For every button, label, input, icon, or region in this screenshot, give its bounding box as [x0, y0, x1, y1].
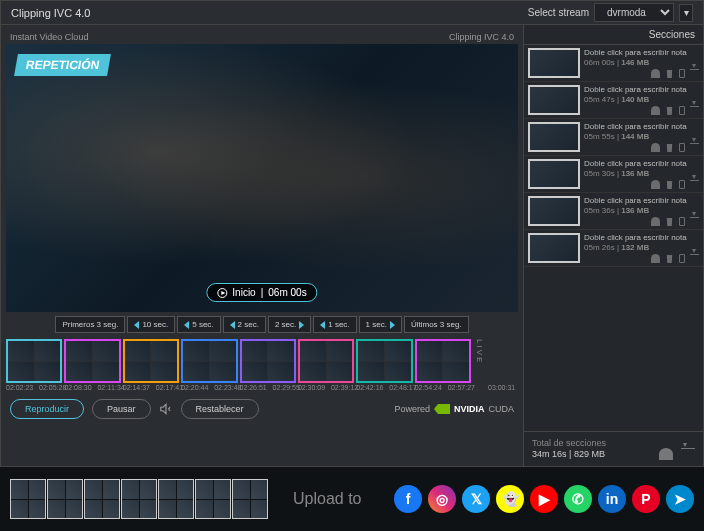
topbar: Clipping IVC 4.0 Select stream dvrmoda ▾	[1, 1, 703, 25]
timeline-segment[interactable]: 02:54:24 02:57:27	[415, 339, 471, 391]
repetition-badge: REPETICIÓN	[14, 54, 111, 76]
telegram-icon[interactable]: ➤	[666, 485, 694, 513]
cloud-icon[interactable]	[651, 254, 660, 263]
section-thumbnail	[528, 159, 580, 189]
upload-label: Upload to	[293, 490, 362, 508]
section-meta: 05m 36s | 136 MB	[584, 206, 699, 215]
section-item[interactable]: Doble click para escribir nota05m 36s | …	[524, 193, 703, 230]
download-icon[interactable]	[690, 106, 699, 115]
section-item[interactable]: Doble click para escribir nota06m 00s | …	[524, 45, 703, 82]
app-title: Clipping IVC 4.0	[11, 7, 91, 19]
video-header: Instant Video Cloud Clipping IVC 4.0	[6, 30, 518, 44]
fwd-1s-button[interactable]: 1 sec.	[359, 316, 402, 333]
section-note[interactable]: Doble click para escribir nota	[584, 159, 699, 168]
footer-thumb[interactable]	[158, 479, 194, 519]
mobile-icon[interactable]	[679, 254, 685, 263]
footer-thumb[interactable]	[195, 479, 231, 519]
pill-time: 06m 00s	[268, 287, 306, 298]
trash-icon[interactable]	[665, 217, 674, 226]
timeline[interactable]: 02:02:23 02:05:2802:08:30 02:11:3402:14:…	[6, 337, 518, 393]
footer-thumb[interactable]	[121, 479, 157, 519]
trash-icon[interactable]	[665, 69, 674, 78]
footer-thumb[interactable]	[10, 479, 46, 519]
pill-label: Inicio	[232, 287, 255, 298]
section-thumbnail	[528, 233, 580, 263]
section-note[interactable]: Doble click para escribir nota	[584, 48, 699, 57]
first-3s-button[interactable]: Primeros 3 seg.	[55, 316, 125, 333]
section-meta: 06m 00s | 146 MB	[584, 58, 699, 67]
cloud-icon[interactable]	[651, 69, 660, 78]
timeline-segment[interactable]: 02:26:51 02:29:55	[240, 339, 296, 391]
footer-thumb[interactable]	[84, 479, 120, 519]
download-icon[interactable]	[690, 69, 699, 78]
totals-label: Total de secciones	[532, 438, 695, 448]
timeline-segment[interactable]: 02:20:44 02:23:48	[181, 339, 237, 391]
timeline-segment[interactable]: 02:30:09 02:39:12	[298, 339, 354, 391]
twitter-icon[interactable]: 𝕏	[462, 485, 490, 513]
pause-button[interactable]: Pausar	[92, 399, 151, 419]
totals: Total de secciones 34m 16s | 829 MB	[524, 431, 703, 466]
youtube-icon[interactable]: ▶	[530, 485, 558, 513]
pinterest-icon[interactable]: P	[632, 485, 660, 513]
mobile-icon[interactable]	[679, 217, 685, 226]
back-2s-button[interactable]: 2 sec.	[223, 316, 266, 333]
timeline-segment[interactable]: 02:02:23 02:05:28	[6, 339, 62, 391]
last-3s-button[interactable]: Últimos 3 seg.	[404, 316, 469, 333]
download-icon[interactable]	[681, 448, 695, 460]
cloud-icon[interactable]	[651, 217, 660, 226]
back-1s-button[interactable]: 1 sec.	[313, 316, 356, 333]
sections-title: Secciones	[524, 25, 703, 45]
download-icon[interactable]	[690, 254, 699, 263]
section-item[interactable]: Doble click para escribir nota05m 55s | …	[524, 119, 703, 156]
timeline-segment[interactable]: 02:14:37 02:17:41	[123, 339, 179, 391]
facebook-icon[interactable]: f	[394, 485, 422, 513]
mobile-icon[interactable]	[679, 180, 685, 189]
cloud-icon[interactable]	[651, 143, 660, 152]
section-thumbnail	[528, 48, 580, 78]
footer-thumb[interactable]	[47, 479, 83, 519]
trash-icon[interactable]	[665, 254, 674, 263]
stream-dropdown[interactable]: dvrmoda	[594, 3, 674, 22]
cloud-icon[interactable]	[651, 106, 660, 115]
sections-list: Doble click para escribir nota06m 00s | …	[524, 45, 703, 431]
section-item[interactable]: Doble click para escribir nota05m 47s | …	[524, 82, 703, 119]
whatsapp-icon[interactable]: ✆	[564, 485, 592, 513]
video-player[interactable]: REPETICIÓN Inicio | 06m 00s	[6, 44, 518, 312]
chevron-down-icon[interactable]: ▾	[679, 4, 693, 22]
mobile-icon[interactable]	[679, 143, 685, 152]
play-button[interactable]: Reproducir	[10, 399, 84, 419]
section-note[interactable]: Doble click para escribir nota	[584, 122, 699, 131]
back-5s-button[interactable]: 5 sec.	[177, 316, 220, 333]
mobile-icon[interactable]	[679, 69, 685, 78]
cloud-icon[interactable]	[651, 180, 660, 189]
nvidia-icon	[434, 404, 450, 414]
main-area: Instant Video Cloud Clipping IVC 4.0 REP…	[1, 25, 703, 466]
download-icon[interactable]	[690, 217, 699, 226]
timeline-segment[interactable]: 02:42:16 02:48:17	[356, 339, 412, 391]
stream-label: Select stream	[528, 7, 589, 18]
powered-by: Powered NVIDIA CUDA	[394, 404, 514, 414]
section-thumbnail	[528, 85, 580, 115]
timeline-segment[interactable]: 02:08:30 02:11:34	[64, 339, 120, 391]
instagram-icon[interactable]: ◎	[428, 485, 456, 513]
mobile-icon[interactable]	[679, 106, 685, 115]
back-10s-button[interactable]: 10 sec.	[127, 316, 175, 333]
reset-button[interactable]: Restablecer	[181, 399, 259, 419]
section-note[interactable]: Doble click para escribir nota	[584, 233, 699, 242]
trash-icon[interactable]	[665, 106, 674, 115]
trash-icon[interactable]	[665, 143, 674, 152]
linkedin-icon[interactable]: in	[598, 485, 626, 513]
download-icon[interactable]	[690, 180, 699, 189]
footer-thumb[interactable]	[232, 479, 268, 519]
trash-icon[interactable]	[665, 180, 674, 189]
download-icon[interactable]	[690, 143, 699, 152]
section-note[interactable]: Doble click para escribir nota	[584, 85, 699, 94]
cloud-upload-icon[interactable]	[659, 448, 673, 460]
section-item[interactable]: Doble click para escribir nota05m 30s | …	[524, 156, 703, 193]
footer: Upload to f◎𝕏👻▶✆inP➤	[0, 467, 704, 531]
mute-icon[interactable]	[159, 402, 173, 416]
fwd-2s-button[interactable]: 2 sec.	[268, 316, 311, 333]
section-item[interactable]: Doble click para escribir nota05m 26s | …	[524, 230, 703, 267]
section-note[interactable]: Doble click para escribir nota	[584, 196, 699, 205]
snapchat-icon[interactable]: 👻	[496, 485, 524, 513]
